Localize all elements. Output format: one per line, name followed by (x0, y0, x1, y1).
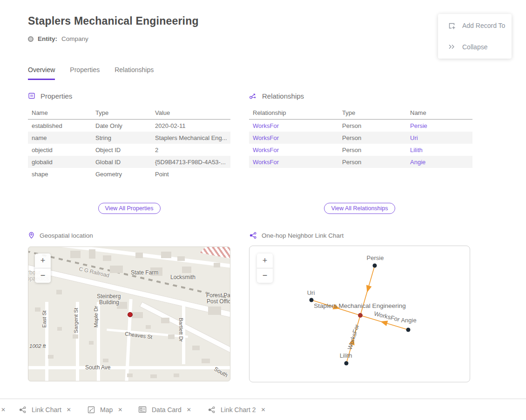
linkchart-zoom-control: + − (257, 253, 273, 283)
map-road (28, 366, 230, 369)
bottom-tab-data-card[interactable]: Data Card ✕ (138, 399, 191, 420)
map-icon (88, 406, 95, 413)
collapse-icon (447, 43, 456, 51)
linkchart-zoom-out-button[interactable]: − (257, 268, 273, 283)
map-scale-label: 1002 ft (29, 343, 46, 349)
col-type: Type (92, 109, 151, 116)
relationships-section-title: Relationships (262, 92, 304, 100)
map-zoom-in-button[interactable]: + (35, 253, 51, 268)
link-chart-icon (208, 406, 216, 413)
entity-label: Entity: (38, 35, 57, 42)
bottom-tab-bar: ✕ Link Chart ✕ Map ✕ Data Card ✕ (0, 399, 526, 420)
node-label-lilith[interactable]: Lilith (318, 352, 374, 359)
map-label: Bartlett Dr (178, 318, 184, 342)
node-label-persie[interactable]: Persie (347, 254, 403, 261)
linkchart-section-header: One-hop Neighbor Link Chart (249, 232, 344, 239)
table-row: established Date Only 2020-02-11 (28, 120, 230, 132)
map-road (28, 247, 230, 273)
table-row: WorksFor Person Persie (249, 120, 472, 132)
map-section-header: Geospatial location (28, 232, 93, 239)
relationship-link[interactable]: WorksFor (253, 147, 279, 153)
relationships-section-header: Relationships (249, 92, 304, 100)
map-label: Building (99, 299, 119, 306)
view-all-properties-wrap: View All Properties (28, 203, 230, 214)
map-zoom-control: + − (35, 253, 51, 283)
map-label: Maple Dr (93, 306, 99, 328)
map-label: Sargent St (73, 308, 79, 333)
table-row: WorksFor Person Lilith (249, 144, 472, 156)
map-label: Forest Par (206, 292, 230, 299)
map-location-marker (128, 312, 133, 317)
collapse-menu-item[interactable]: Collapse (438, 38, 512, 56)
linkchart-zoom-in-button[interactable]: + (257, 253, 273, 268)
map-label: Steinberg (97, 293, 121, 300)
add-record-icon (447, 21, 456, 30)
link-chart-icon (19, 406, 27, 413)
close-icon[interactable]: ✕ (118, 407, 122, 413)
detail-tabs: Overview Properties Relationships (28, 66, 154, 80)
bottom-tab-label: Map (100, 406, 113, 413)
bottom-tab-label: Link Chart 2 (221, 406, 256, 413)
table-row: shape Geometry Point (28, 168, 230, 180)
map-label: South Ave (85, 364, 111, 371)
page-title: Staplers Mechanical Engineering (28, 15, 199, 27)
node-label-center[interactable]: Staplers Mechanical Engineering (299, 302, 420, 309)
map-section-title: Geospatial location (40, 232, 93, 239)
add-record-to-menu-item[interactable]: Add Record To (438, 16, 512, 35)
table-row: name String Staplers Mechanical Eng... (28, 132, 230, 144)
properties-section-title: Properties (40, 92, 72, 100)
map-label: State Farm (131, 269, 158, 276)
table-row: WorksFor Person Angie (249, 156, 472, 168)
relationships-icon (249, 92, 257, 100)
bottom-tab-link-chart-2[interactable]: Link Chart 2 ✕ (208, 399, 266, 420)
col-value: Value (151, 109, 230, 116)
map-pin-icon (28, 232, 35, 239)
view-all-properties-button[interactable]: View All Properties (98, 203, 161, 214)
col-type: Type (338, 109, 406, 116)
col-relationship: Relationship (249, 109, 338, 116)
context-menu: Add Record To Collapse (438, 14, 512, 59)
properties-table: Name Type Value established Date Only 20… (28, 106, 230, 180)
view-all-relationships-wrap: View All Relationships (249, 203, 470, 214)
linkchart-section-title: One-hop Neighbor Link Chart (262, 232, 344, 239)
add-record-to-label: Add Record To (462, 22, 505, 29)
bottom-tab-link-chart[interactable]: Link Chart ✕ (19, 399, 71, 420)
relationship-link[interactable]: WorksFor (253, 134, 279, 141)
tab-overview[interactable]: Overview (28, 66, 55, 80)
map-canvas[interactable]: rbour opaedics C G Railroad State Farm L… (28, 247, 230, 381)
col-name: Name (28, 109, 92, 116)
tab-relationships[interactable]: Relationships (115, 66, 154, 80)
close-icon[interactable]: ✕ (187, 407, 191, 413)
entity-row: Entity: Company (28, 35, 88, 42)
properties-icon (28, 92, 36, 100)
entity-color-dot-icon (28, 36, 34, 42)
bottom-tab-label: Data Card (152, 406, 182, 413)
close-icon[interactable]: ✕ (67, 407, 71, 413)
view-all-relationships-button[interactable]: View All Relationships (324, 203, 395, 214)
relationships-table-header: Relationship Type Name (249, 106, 472, 120)
close-icon[interactable]: ✕ (1, 399, 6, 420)
bottom-tab-label: Link Chart (32, 406, 61, 413)
node-label-uri[interactable]: Uri (283, 289, 339, 296)
relationship-link[interactable]: WorksFor (253, 159, 279, 166)
relationship-link[interactable]: WorksFor (253, 122, 279, 129)
entity-link[interactable]: Uri (410, 134, 418, 141)
link-chart-canvas[interactable]: Persie Uri Angie Lilith Staplers Mechani… (249, 246, 470, 382)
bottom-tab-map[interactable]: Map ✕ (88, 399, 122, 420)
entity-type: Company (61, 35, 88, 42)
relationships-table: Relationship Type Name WorksFor Person P… (249, 106, 472, 168)
properties-section-header: Properties (28, 92, 72, 100)
col-name: Name (406, 109, 472, 116)
entity-link[interactable]: Lilith (410, 147, 423, 153)
properties-table-header: Name Type Value (28, 106, 230, 120)
entity-link[interactable]: Persie (410, 122, 427, 129)
tab-properties[interactable]: Properties (70, 66, 100, 80)
close-icon[interactable]: ✕ (261, 407, 265, 413)
data-card-icon (138, 406, 147, 413)
map-zoom-out-button[interactable]: − (35, 268, 51, 283)
entity-link[interactable]: Angie (410, 159, 425, 166)
table-row: globalid Global ID {5D9B4713-F98D-4A53-.… (28, 156, 230, 168)
collapse-label: Collapse (462, 43, 487, 51)
table-row: WorksFor Person Uri (249, 132, 472, 144)
link-chart-icon (249, 232, 257, 239)
